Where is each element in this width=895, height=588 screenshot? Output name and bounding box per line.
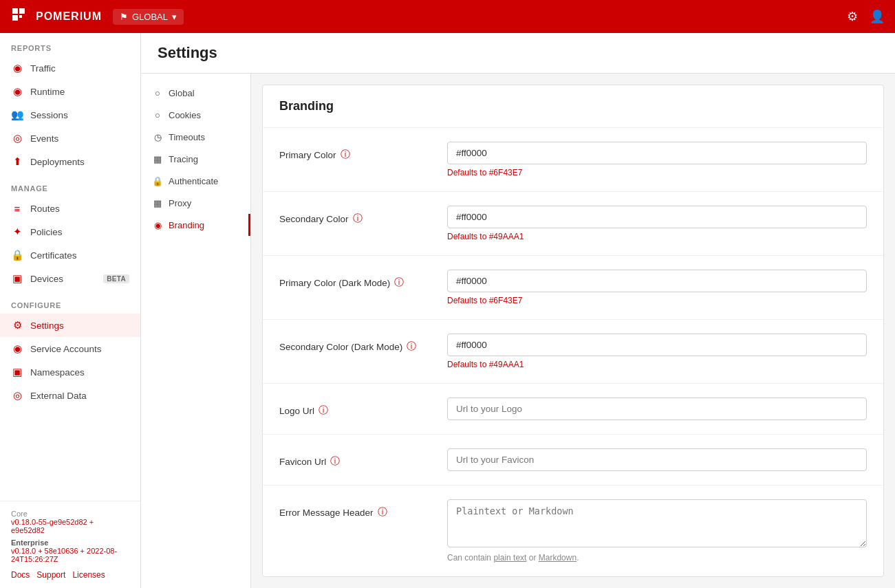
core-version: v0.18.0-55-ge9e52d82 + e9e52d82	[11, 518, 129, 534]
app-layout: REPORTS ◉ Traffic ◉ Runtime 👥 Sessions ◎…	[0, 33, 895, 588]
sidebar: REPORTS ◉ Traffic ◉ Runtime 👥 Sessions ◎…	[0, 33, 141, 588]
favicon-url-input-group	[447, 448, 867, 471]
favicon-url-row: Favicon Url ⓘ	[263, 435, 883, 486]
sidebar-item-traffic[interactable]: ◉ Traffic	[0, 56, 140, 80]
error-message-help-icon[interactable]: ⓘ	[378, 506, 387, 519]
page-title: Settings	[158, 44, 878, 62]
sidebar-item-label: Settings	[30, 320, 64, 331]
sidebar-item-policies[interactable]: ✦ Policies	[0, 220, 140, 243]
footer-links: Docs Support Licenses	[11, 570, 129, 580]
sidebar-item-runtime[interactable]: ◉ Runtime	[0, 80, 140, 103]
logo[interactable]: POMERIUM	[11, 7, 102, 26]
flag-icon: ⚑	[120, 12, 128, 22]
nav-item-global[interactable]: ○ Global	[141, 82, 250, 104]
chevron-down-icon: ▾	[172, 12, 177, 22]
primary-color-input[interactable]	[447, 142, 867, 164]
secondary-color-dark-input[interactable]	[447, 334, 867, 356]
sidebar-item-external-data[interactable]: ◎ External Data	[0, 384, 140, 407]
sidebar-item-deployments[interactable]: ⬆ Deployments	[0, 150, 140, 173]
sidebar-item-service-accounts[interactable]: ◉ Service Accounts	[0, 337, 140, 360]
docs-link[interactable]: Docs	[11, 570, 30, 580]
user-icon[interactable]: 👤	[870, 10, 884, 23]
sessions-icon: 👥	[11, 109, 23, 121]
nav-item-label: Tracing	[169, 154, 198, 164]
primary-color-dark-input[interactable]	[447, 270, 867, 292]
logo-icon	[11, 7, 30, 26]
error-message-header-row: Error Message Header ⓘ Can contain plain…	[263, 486, 883, 576]
devices-icon: ▣	[11, 272, 23, 285]
nav-item-proxy[interactable]: ▦ Proxy	[141, 192, 250, 214]
sidebar-item-label: External Data	[30, 391, 87, 401]
sidebar-item-label: Namespaces	[30, 367, 85, 378]
policies-icon: ✦	[11, 226, 23, 238]
licenses-link[interactable]: Licenses	[72, 570, 105, 580]
favicon-url-input[interactable]	[447, 448, 867, 471]
error-message-header-label: Error Message Header ⓘ	[279, 499, 431, 519]
primary-color-label: Primary Color ⓘ	[279, 142, 431, 161]
nav-item-tracing[interactable]: ▦ Tracing	[141, 148, 250, 170]
sidebar-item-devices[interactable]: ▣ Devices BETA	[0, 267, 140, 290]
nav-item-timeouts[interactable]: ◷ Timeouts	[141, 126, 250, 148]
nav-item-authenticate[interactable]: 🔒 Authenticate	[141, 170, 250, 192]
nav-item-branding[interactable]: ◉ Branding	[141, 214, 250, 236]
content-body: ○ Global ○ Cookies ◷ Timeouts ▦ Tracing …	[141, 74, 895, 588]
sidebar-item-label: Service Accounts	[30, 344, 102, 354]
nav-item-label: Proxy	[169, 198, 191, 208]
authenticate-nav-icon: 🔒	[152, 175, 163, 186]
sidebar-item-label: Traffic	[30, 63, 56, 74]
branding-nav-icon: ◉	[152, 219, 163, 230]
beta-badge: BETA	[103, 274, 129, 283]
secondary-color-help-icon[interactable]: ⓘ	[353, 213, 363, 225]
sidebar-item-label: Events	[30, 133, 58, 144]
nav-item-label: Authenticate	[169, 176, 218, 186]
sidebar-item-routes[interactable]: ≡ Routes	[0, 197, 140, 220]
support-link[interactable]: Support	[36, 570, 65, 580]
primary-color-dark-help-icon[interactable]: ⓘ	[394, 276, 404, 289]
enterprise-label: Enterprise	[11, 538, 129, 547]
sidebar-item-certificates[interactable]: 🔒 Certificates	[0, 243, 140, 267]
nav-item-cookies[interactable]: ○ Cookies	[141, 104, 250, 126]
deployments-icon: ⬆	[11, 155, 23, 168]
primary-color-dark-label: Primary Color (Dark Mode) ⓘ	[279, 270, 431, 289]
enterprise-version: v0.18.0 + 58e10636 + 2022-08-24T15:26:27…	[11, 547, 129, 563]
sidebar-footer: Core v0.18.0-55-ge9e52d82 + e9e52d82 Ent…	[0, 501, 140, 588]
secondary-color-dark-row: Secondary Color (Dark Mode) ⓘ Defaults t…	[263, 320, 883, 384]
nav-item-label: Global	[169, 88, 195, 98]
secondary-color-input-group: Defaults to #49AAA1	[447, 206, 867, 241]
favicon-url-label: Favicon Url ⓘ	[279, 448, 431, 468]
logo-url-input[interactable]	[447, 398, 867, 420]
sidebar-item-namespaces[interactable]: ▣ Namespaces	[0, 360, 140, 384]
sidebar-item-label: Routes	[30, 204, 60, 214]
gear-icon[interactable]: ⚙	[845, 10, 859, 23]
sidebar-item-settings[interactable]: ⚙ Settings	[0, 314, 140, 337]
settings-nav: ○ Global ○ Cookies ◷ Timeouts ▦ Tracing …	[141, 74, 251, 588]
runtime-icon: ◉	[11, 85, 23, 98]
secondary-color-label: Secondary Color ⓘ	[279, 206, 431, 225]
favicon-url-help-icon[interactable]: ⓘ	[330, 455, 340, 468]
content-header: Settings	[141, 33, 895, 74]
secondary-color-default: Defaults to #49AAA1	[447, 232, 867, 241]
primary-color-help-icon[interactable]: ⓘ	[341, 149, 350, 161]
manage-section-label: MANAGE	[0, 173, 140, 197]
sidebar-item-events[interactable]: ◎ Events	[0, 127, 140, 150]
sidebar-item-label: Devices	[30, 274, 63, 284]
traffic-icon: ◉	[11, 62, 23, 74]
logo-url-help-icon[interactable]: ⓘ	[319, 404, 328, 417]
svg-rect-3	[19, 15, 22, 18]
error-message-input-group: Can contain plain text or Markdown.	[447, 499, 867, 563]
global-selector[interactable]: ⚑ GLOBAL ▾	[113, 9, 184, 25]
secondary-color-dark-default: Defaults to #49AAA1	[447, 360, 867, 369]
secondary-color-dark-help-icon[interactable]: ⓘ	[407, 340, 416, 353]
header-left: POMERIUM ⚑ GLOBAL ▾	[11, 7, 184, 26]
configure-section-label: CONFIGURE	[0, 290, 140, 314]
error-message-textarea[interactable]	[447, 499, 867, 547]
svg-rect-1	[19, 8, 25, 14]
settings-panel: Branding Primary Color ⓘ Defaults to #6F…	[251, 74, 895, 588]
sidebar-item-label: Sessions	[30, 110, 68, 120]
sidebar-item-label: Certificates	[30, 250, 77, 261]
routes-icon: ≡	[11, 202, 23, 215]
sidebar-item-sessions[interactable]: 👥 Sessions	[0, 103, 140, 127]
core-label: Core	[11, 510, 129, 518]
error-message-hint: Can contain plain text or Markdown.	[447, 553, 867, 563]
secondary-color-input[interactable]	[447, 206, 867, 228]
